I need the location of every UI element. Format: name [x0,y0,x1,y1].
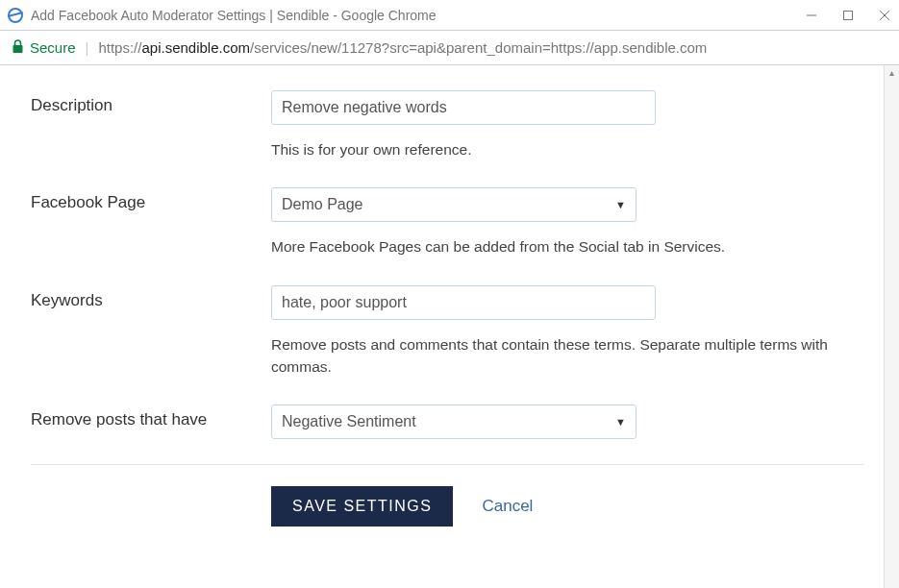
window-titlebar: Add Facebook Auto Moderator Settings | S… [0,0,899,31]
help-description: This is for your own reference. [271,138,848,160]
chevron-down-icon: ▼ [615,416,626,428]
address-bar[interactable]: Secure | https://api.sendible.com/servic… [0,31,899,65]
form-content: Description This is for your own referen… [0,65,884,588]
remove-posts-selected: Negative Sentiment [282,413,416,430]
url-host: api.sendible.com [141,39,250,56]
cancel-link[interactable]: Cancel [482,497,533,516]
url-scheme: https:// [98,39,141,56]
remove-posts-select[interactable]: Negative Sentiment ▼ [271,404,637,439]
save-button[interactable]: SAVE SETTINGS [271,486,453,527]
label-remove-posts: Remove posts that have [31,404,271,429]
chevron-down-icon: ▼ [615,199,626,210]
label-description: Description [31,90,271,115]
row-keywords: Keywords Remove posts and comments that … [31,276,864,396]
svg-rect-1 [844,11,853,19]
label-keywords: Keywords [31,285,271,310]
form-actions: SAVE SETTINGS Cancel [31,464,864,527]
facebook-page-selected: Demo Page [282,196,363,213]
window-title: Add Facebook Auto Moderator Settings | S… [31,8,805,23]
label-facebook-page: Facebook Page [31,187,271,212]
app-favicon [8,8,23,23]
url-path: /services/new/11278?src=api&parent_domai… [250,39,707,56]
keywords-input[interactable] [271,285,656,320]
scroll-up-icon[interactable]: ▴ [885,67,899,78]
help-facebook-page: More Facebook Pages can be added from th… [271,235,848,257]
description-input[interactable] [271,90,656,125]
secure-label: Secure [30,39,76,56]
row-description: Description This is for your own referen… [31,81,864,178]
facebook-page-select[interactable]: Demo Page ▼ [271,187,637,222]
lock-icon [12,39,24,57]
url-text: https://api.sendible.com/services/new/11… [98,39,707,56]
maximize-button[interactable] [841,9,855,22]
minimize-button[interactable] [805,9,818,22]
help-keywords: Remove posts and comments that contain t… [271,333,848,379]
close-button[interactable] [878,9,891,22]
svg-rect-4 [13,45,23,53]
window-controls [805,9,891,22]
url-divider: | [86,39,89,56]
scrollbar[interactable]: ▴ [884,65,899,588]
row-remove-posts: Remove posts that have Negative Sentimen… [31,395,864,456]
row-facebook-page: Facebook Page Demo Page ▼ More Facebook … [31,178,864,275]
